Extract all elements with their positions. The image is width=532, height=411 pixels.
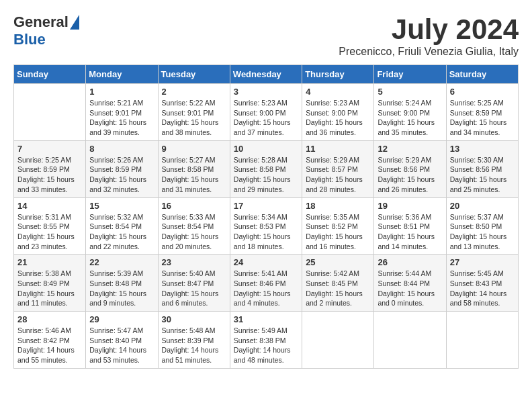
cell-info: Sunrise: 5:22 AM Sunset: 9:01 PM Dayligh… (162, 98, 226, 138)
cell-info: Sunrise: 5:29 AM Sunset: 8:56 PM Dayligh… (378, 155, 442, 195)
cell-info: Sunrise: 5:45 AM Sunset: 8:43 PM Dayligh… (450, 269, 515, 308)
day-number: 16 (162, 201, 226, 211)
day-number: 29 (89, 314, 154, 324)
calendar-cell: 27Sunrise: 5:45 AM Sunset: 8:43 PM Dayli… (446, 255, 518, 312)
cell-info: Sunrise: 5:26 AM Sunset: 8:59 PM Dayligh… (89, 155, 154, 195)
calendar-cell (374, 312, 446, 369)
calendar-cell (14, 84, 86, 141)
day-number: 2 (162, 87, 226, 97)
calendar-cell: 5Sunrise: 5:24 AM Sunset: 9:00 PM Daylig… (374, 84, 446, 141)
calendar-cell: 19Sunrise: 5:36 AM Sunset: 8:51 PM Dayli… (374, 197, 446, 255)
day-number: 26 (378, 257, 442, 267)
weekday-header: Monday (86, 65, 158, 84)
cell-info: Sunrise: 5:35 AM Sunset: 8:52 PM Dayligh… (306, 212, 370, 252)
day-number: 25 (306, 257, 370, 267)
calendar-cell: 4Sunrise: 5:23 AM Sunset: 9:00 PM Daylig… (302, 84, 374, 141)
day-number: 31 (234, 314, 298, 324)
calendar-cell: 29Sunrise: 5:47 AM Sunset: 8:40 PM Dayli… (86, 312, 158, 369)
calendar-week-row: 7Sunrise: 5:25 AM Sunset: 8:59 PM Daylig… (14, 140, 519, 197)
calendar-week-row: 28Sunrise: 5:46 AM Sunset: 8:42 PM Dayli… (14, 312, 519, 369)
calendar-cell: 7Sunrise: 5:25 AM Sunset: 8:59 PM Daylig… (14, 140, 86, 197)
day-number: 28 (17, 314, 82, 324)
logo: General Blue (13, 13, 79, 48)
cell-info: Sunrise: 5:32 AM Sunset: 8:54 PM Dayligh… (89, 212, 154, 252)
calendar-cell: 13Sunrise: 5:30 AM Sunset: 8:56 PM Dayli… (446, 140, 518, 197)
day-number: 30 (162, 314, 226, 324)
calendar-cell: 3Sunrise: 5:23 AM Sunset: 9:00 PM Daylig… (230, 84, 302, 141)
day-number: 3 (234, 87, 298, 97)
cell-info: Sunrise: 5:33 AM Sunset: 8:54 PM Dayligh… (162, 212, 226, 252)
cell-info: Sunrise: 5:44 AM Sunset: 8:44 PM Dayligh… (378, 269, 442, 308)
cell-info: Sunrise: 5:47 AM Sunset: 8:40 PM Dayligh… (89, 326, 154, 365)
cell-info: Sunrise: 5:23 AM Sunset: 9:00 PM Dayligh… (306, 98, 370, 138)
calendar-week-row: 14Sunrise: 5:31 AM Sunset: 8:55 PM Dayli… (14, 197, 519, 255)
calendar-cell: 17Sunrise: 5:34 AM Sunset: 8:53 PM Dayli… (230, 197, 302, 255)
cell-info: Sunrise: 5:41 AM Sunset: 8:46 PM Dayligh… (234, 269, 298, 308)
day-number: 6 (450, 87, 515, 97)
day-number: 11 (306, 144, 370, 154)
calendar-cell: 25Sunrise: 5:42 AM Sunset: 8:45 PM Dayli… (302, 255, 374, 312)
logo-blue-text: Blue (13, 31, 46, 48)
day-number: 23 (162, 257, 226, 267)
calendar-cell: 21Sunrise: 5:38 AM Sunset: 8:49 PM Dayli… (14, 255, 86, 312)
weekday-header: Saturday (446, 65, 518, 84)
calendar-cell: 30Sunrise: 5:48 AM Sunset: 8:39 PM Dayli… (158, 312, 230, 369)
location-text: Precenicco, Friuli Venezia Giulia, Italy (339, 46, 519, 58)
calendar-cell: 23Sunrise: 5:40 AM Sunset: 8:47 PM Dayli… (158, 255, 230, 312)
calendar-cell: 15Sunrise: 5:32 AM Sunset: 8:54 PM Dayli… (86, 197, 158, 255)
calendar-cell: 12Sunrise: 5:29 AM Sunset: 8:56 PM Dayli… (374, 140, 446, 197)
calendar-cell: 22Sunrise: 5:39 AM Sunset: 8:48 PM Dayli… (86, 255, 158, 312)
day-number: 4 (306, 87, 370, 97)
calendar-table: SundayMondayTuesdayWednesdayThursdayFrid… (13, 64, 519, 369)
calendar-cell: 9Sunrise: 5:27 AM Sunset: 8:58 PM Daylig… (158, 140, 230, 197)
day-number: 5 (378, 87, 442, 97)
day-number: 20 (450, 201, 515, 211)
cell-info: Sunrise: 5:28 AM Sunset: 8:58 PM Dayligh… (234, 155, 298, 195)
calendar-cell: 10Sunrise: 5:28 AM Sunset: 8:58 PM Dayli… (230, 140, 302, 197)
weekday-header: Wednesday (230, 65, 302, 84)
cell-info: Sunrise: 5:27 AM Sunset: 8:58 PM Dayligh… (162, 155, 226, 195)
weekday-header: Thursday (302, 65, 374, 84)
cell-info: Sunrise: 5:40 AM Sunset: 8:47 PM Dayligh… (162, 269, 226, 308)
cell-info: Sunrise: 5:34 AM Sunset: 8:53 PM Dayligh… (234, 212, 298, 252)
cell-info: Sunrise: 5:25 AM Sunset: 8:59 PM Dayligh… (450, 98, 515, 138)
weekday-header: Friday (374, 65, 446, 84)
day-number: 8 (89, 144, 154, 154)
day-number: 12 (378, 144, 442, 154)
day-number: 22 (89, 257, 154, 267)
cell-info: Sunrise: 5:37 AM Sunset: 8:50 PM Dayligh… (450, 212, 515, 252)
calendar-cell: 2Sunrise: 5:22 AM Sunset: 9:01 PM Daylig… (158, 84, 230, 141)
calendar-cell (446, 312, 518, 369)
calendar-cell: 31Sunrise: 5:49 AM Sunset: 8:38 PM Dayli… (230, 312, 302, 369)
day-number: 17 (234, 201, 298, 211)
calendar-cell: 8Sunrise: 5:26 AM Sunset: 8:59 PM Daylig… (86, 140, 158, 197)
cell-info: Sunrise: 5:24 AM Sunset: 9:00 PM Dayligh… (378, 98, 442, 138)
day-number: 9 (162, 144, 226, 154)
day-number: 7 (17, 144, 82, 154)
day-number: 18 (306, 201, 370, 211)
cell-info: Sunrise: 5:30 AM Sunset: 8:56 PM Dayligh… (450, 155, 515, 195)
day-number: 14 (17, 201, 82, 211)
weekday-header: Sunday (14, 65, 86, 84)
calendar-cell: 6Sunrise: 5:25 AM Sunset: 8:59 PM Daylig… (446, 84, 518, 141)
calendar-header-row: SundayMondayTuesdayWednesdayThursdayFrid… (14, 65, 519, 84)
title-section: July 2024 Precenicco, Friuli Venezia Giu… (339, 13, 519, 58)
day-number: 1 (89, 87, 154, 97)
day-number: 15 (89, 201, 154, 211)
day-number: 19 (378, 201, 442, 211)
day-number: 10 (234, 144, 298, 154)
month-title: July 2024 (339, 13, 519, 46)
cell-info: Sunrise: 5:42 AM Sunset: 8:45 PM Dayligh… (306, 269, 370, 308)
cell-info: Sunrise: 5:39 AM Sunset: 8:48 PM Dayligh… (89, 269, 154, 308)
calendar-cell: 26Sunrise: 5:44 AM Sunset: 8:44 PM Dayli… (374, 255, 446, 312)
cell-info: Sunrise: 5:49 AM Sunset: 8:38 PM Dayligh… (234, 326, 298, 365)
weekday-header: Tuesday (158, 65, 230, 84)
calendar-cell: 18Sunrise: 5:35 AM Sunset: 8:52 PM Dayli… (302, 197, 374, 255)
logo-general-text: General (13, 13, 69, 31)
cell-info: Sunrise: 5:25 AM Sunset: 8:59 PM Dayligh… (17, 155, 82, 195)
day-number: 24 (234, 257, 298, 267)
calendar-cell: 24Sunrise: 5:41 AM Sunset: 8:46 PM Dayli… (230, 255, 302, 312)
logo-triangle-icon (70, 15, 79, 30)
calendar-cell: 20Sunrise: 5:37 AM Sunset: 8:50 PM Dayli… (446, 197, 518, 255)
cell-info: Sunrise: 5:38 AM Sunset: 8:49 PM Dayligh… (17, 269, 82, 308)
